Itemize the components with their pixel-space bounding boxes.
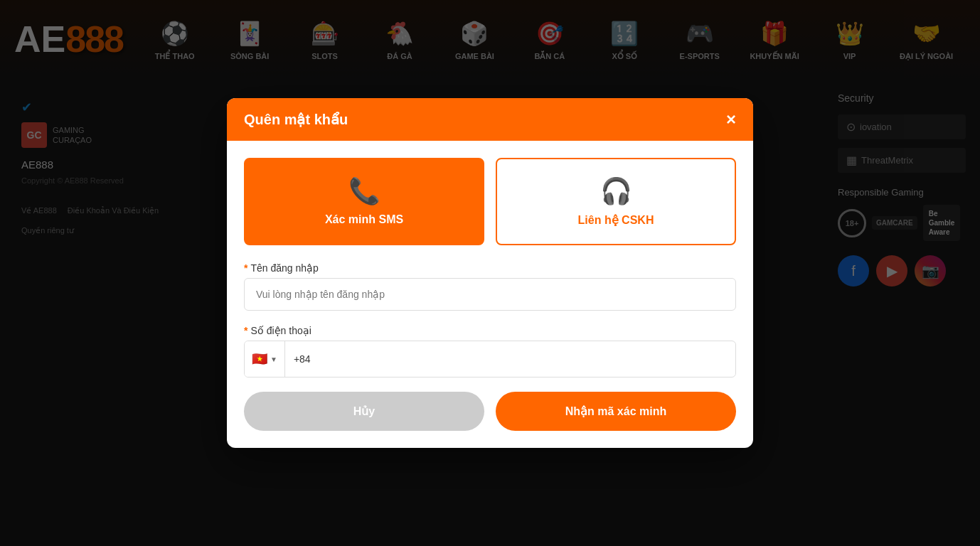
flag-selector[interactable]: 🇻🇳 ▼ [245,341,285,377]
username-label: * Tên đăng nhập [244,262,736,274]
confirm-button[interactable]: Nhận mã xác minh [496,392,736,431]
username-label-text: Tên đăng nhập [250,262,318,274]
phone-input[interactable] [285,343,735,375]
phone-label-text: Số điện thoại [250,325,311,336]
phone-icon: 📞 [348,176,380,206]
tab-sms-button[interactable]: 📞 Xác minh SMS [244,158,484,245]
modal-close-button[interactable]: × [726,111,736,128]
flag-dropdown-arrow: ▼ [270,355,277,363]
username-required: * [244,262,247,274]
modal-title: Quên mật khẩu [244,111,348,128]
modal-tabs: 📞 Xác minh SMS 🎧 Liên hệ CSKH [244,158,736,245]
forgot-password-modal: Quên mật khẩu × 📞 Xác minh SMS 🎧 Liên hệ… [227,98,753,448]
tab-cskh-label: Liên hệ CSKH [578,213,654,227]
phone-required: * [244,325,247,336]
modal-footer: Hủy Nhận mã xác minh [244,392,736,431]
phone-row: 🇻🇳 ▼ [244,341,736,378]
username-input[interactable] [244,278,736,311]
tab-cskh-button[interactable]: 🎧 Liên hệ CSKH [496,158,736,245]
modal-overlay: Quên mật khẩu × 📞 Xác minh SMS 🎧 Liên hệ… [0,0,980,546]
username-field-group: * Tên đăng nhập [244,262,736,311]
headset-icon: 🎧 [600,176,632,206]
cancel-button[interactable]: Hủy [244,392,484,431]
phone-field-group: * Số điện thoại 🇻🇳 ▼ [244,325,736,378]
tab-sms-label: Xác minh SMS [325,213,403,226]
phone-label: * Số điện thoại [244,325,736,336]
modal-body: 📞 Xác minh SMS 🎧 Liên hệ CSKH * Tên đăng… [227,141,753,448]
modal-header: Quên mật khẩu × [227,98,753,141]
vn-flag: 🇻🇳 [252,351,267,367]
